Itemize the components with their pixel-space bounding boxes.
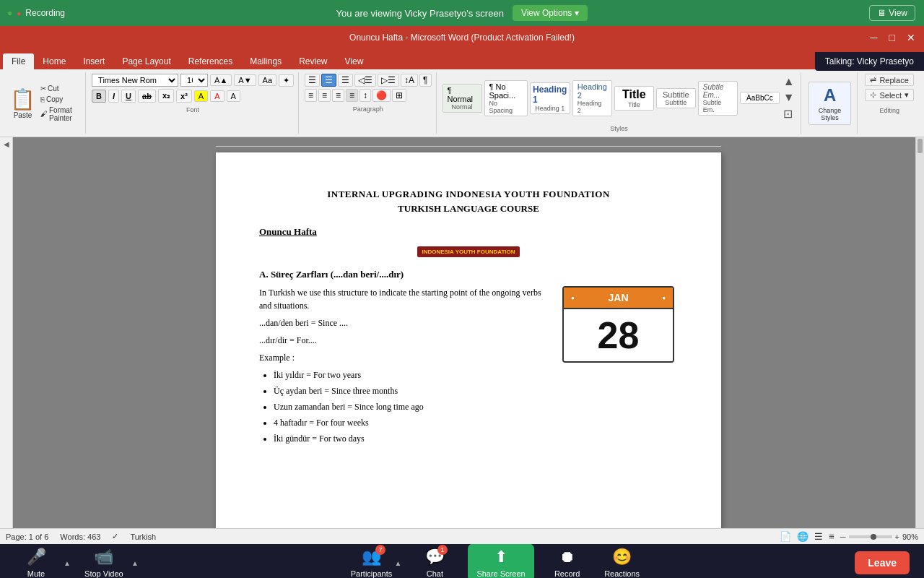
- zoom-slider[interactable]: [849, 535, 892, 538]
- reactions-icon: 😊: [612, 548, 632, 566]
- style-title[interactable]: Title Title: [614, 86, 654, 111]
- paste-button[interactable]: 📋 Paste: [10, 87, 35, 119]
- zoom-out-button[interactable]: ─: [840, 532, 846, 541]
- strikethrough-button[interactable]: ab: [138, 90, 156, 103]
- sort-button[interactable]: ↕A: [401, 74, 418, 87]
- style-normal[interactable]: ¶ Normal Normal: [443, 84, 482, 113]
- tab-page-layout[interactable]: Page Layout: [113, 53, 179, 69]
- replace-button[interactable]: ⇌ Replace: [865, 74, 914, 86]
- text-effects-button[interactable]: A: [227, 90, 240, 102]
- share-screen-button[interactable]: ⬆ Share Screen: [468, 543, 533, 578]
- increase-font-size-button[interactable]: A▲: [210, 74, 232, 86]
- styles-expand-arrow[interactable]: ⊡: [782, 105, 796, 122]
- shading-button[interactable]: 🔴: [372, 89, 391, 102]
- font-group-label: Font: [92, 106, 294, 113]
- style-heading1[interactable]: Heading 1 Heading 1: [530, 82, 570, 114]
- copy-button[interactable]: ⎘ Copy: [38, 95, 79, 104]
- align-center-button[interactable]: ≡: [318, 89, 331, 102]
- change-styles-button[interactable]: A Change Styles: [808, 82, 852, 125]
- tab-mailings[interactable]: Mailings: [241, 53, 290, 69]
- borders-button[interactable]: ⊞: [392, 89, 406, 102]
- select-button[interactable]: ⊹ Select ▾: [865, 89, 914, 101]
- zoom-in-button[interactable]: +: [895, 532, 899, 541]
- styles-down-arrow[interactable]: ▼: [782, 90, 796, 105]
- font-family-select[interactable]: Times New Rom: [92, 74, 178, 87]
- spell-check-icon: ✓: [112, 532, 118, 541]
- reactions-button[interactable]: 😊 Reactions: [601, 548, 644, 578]
- scrollbar-thumb[interactable]: [918, 139, 923, 153]
- view-icon-outline[interactable]: ☰: [814, 531, 823, 542]
- notification-text: You are viewing Vicky Prasetyo's screen: [336, 8, 504, 19]
- minimize-icon[interactable]: ─: [868, 32, 881, 43]
- subscript-button[interactable]: x₂: [158, 89, 174, 103]
- tab-view[interactable]: View: [336, 53, 372, 69]
- justify-button[interactable]: ≡: [346, 89, 358, 102]
- change-case-button[interactable]: Aa: [258, 74, 276, 86]
- format-painter-button[interactable]: 🖌 Format Painter: [38, 105, 79, 123]
- heading1-label: Heading 1: [535, 105, 565, 112]
- line-spacing-button[interactable]: ↕: [359, 89, 371, 102]
- calendar-dot-right: ●: [662, 295, 666, 301]
- document-week: Onuncu Hafta: [259, 226, 678, 238]
- align-right-button[interactable]: ≡: [332, 89, 344, 102]
- font-size-select[interactable]: 16: [180, 74, 208, 87]
- increase-indent-button[interactable]: ▷☰: [378, 74, 399, 87]
- tab-references[interactable]: References: [180, 53, 241, 69]
- style-subtitle[interactable]: Subtitle Subtitle: [656, 88, 696, 108]
- participants-button[interactable]: 👥 7 Participants: [349, 548, 393, 578]
- paste-label: Paste: [14, 111, 32, 119]
- scissors-icon: ✂: [40, 85, 46, 92]
- style-heading2[interactable]: Heading 2 Heading 2: [572, 80, 612, 116]
- mute-label: Mute: [27, 569, 45, 578]
- document-container[interactable]: INTERNAL UPGRADING INDONESIA YOUTH FOUND…: [13, 137, 924, 528]
- video-caret-icon[interactable]: ▲: [131, 559, 139, 567]
- view-icon-web[interactable]: 🌐: [797, 531, 808, 542]
- list-item-2: Üç aydan beri = Since three months: [274, 384, 678, 397]
- bullet-list-button[interactable]: ☰: [305, 74, 320, 87]
- change-styles-group: A Change Styles: [803, 72, 858, 134]
- align-left-button[interactable]: ≡: [305, 89, 317, 102]
- chat-label: Chat: [427, 569, 443, 578]
- view-icon-print[interactable]: 📄: [780, 531, 791, 542]
- word-title-bar: Onuncu Hafta - Microsoft Word (Product A…: [0, 26, 924, 49]
- stop-video-button[interactable]: 📹 Stop Video: [82, 548, 126, 578]
- mic-caret-icon[interactable]: ▲: [64, 559, 71, 567]
- vertical-scrollbar[interactable]: [915, 137, 924, 528]
- view-icon-draft[interactable]: ≡: [829, 531, 834, 542]
- style-no-spacing[interactable]: ¶ No Spaci... No Spacing: [484, 80, 528, 116]
- superscript-button[interactable]: x²: [176, 90, 192, 103]
- highlight-color-button[interactable]: A: [194, 90, 208, 102]
- close-icon[interactable]: ✕: [904, 32, 918, 43]
- underline-button[interactable]: U: [121, 90, 136, 103]
- style-more[interactable]: AaBbCc: [740, 92, 780, 104]
- mute-button[interactable]: 🎤 Mute: [14, 548, 58, 578]
- participants-caret-icon[interactable]: ▲: [394, 559, 401, 567]
- tab-insert[interactable]: Insert: [74, 53, 113, 69]
- view-button[interactable]: 🖥 View: [869, 5, 915, 21]
- document-page[interactable]: INTERNAL UPGRADING INDONESIA YOUTH FOUND…: [216, 152, 721, 528]
- clear-formatting-button[interactable]: ✦: [279, 74, 294, 87]
- styles-up-arrow[interactable]: ▲: [782, 74, 796, 90]
- tab-review[interactable]: Review: [290, 53, 336, 69]
- clipboard-small-buttons: ✂ Cut ⎘ Copy 🖌 Format Painter: [38, 84, 79, 123]
- chat-button[interactable]: 💬 1 Chat: [413, 548, 456, 578]
- view-options-button[interactable]: View Options ▾: [513, 5, 588, 21]
- tab-home[interactable]: Home: [34, 53, 74, 69]
- calendar-widget: ● JAN ● 28: [562, 286, 674, 363]
- tab-file[interactable]: File: [3, 53, 34, 69]
- sidebar-up-icon[interactable]: ◀: [1, 140, 11, 148]
- cut-button[interactable]: ✂ Cut: [38, 84, 79, 93]
- bold-button[interactable]: B: [92, 90, 106, 103]
- multilevel-list-button[interactable]: ☰: [338, 74, 353, 87]
- decrease-font-size-button[interactable]: A▼: [234, 74, 256, 86]
- red-circle-icon: ●: [17, 9, 21, 17]
- decrease-indent-button[interactable]: ◁☰: [354, 74, 376, 87]
- maximize-icon[interactable]: □: [886, 32, 898, 43]
- italic-button[interactable]: I: [108, 90, 119, 103]
- leave-button[interactable]: Leave: [855, 551, 910, 574]
- numbered-list-button[interactable]: ☰: [321, 74, 336, 87]
- style-subtle-emphasis[interactable]: Subtle Em... Subtle Em.: [698, 81, 738, 116]
- show-formatting-button[interactable]: ¶: [419, 74, 431, 87]
- record-button[interactable]: ⏺ Record: [546, 548, 589, 578]
- font-color-button[interactable]: A: [210, 90, 224, 102]
